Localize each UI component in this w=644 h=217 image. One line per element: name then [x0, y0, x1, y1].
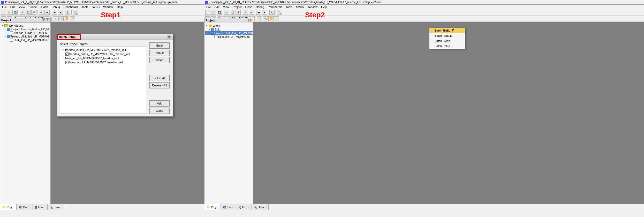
left-status-tab-tem[interactable]: 🔩 Tem... [48, 204, 64, 210]
right-tb2-btn3[interactable]: ⚡ [257, 16, 262, 21]
right-proj2-sub-item[interactable]: blink_led_LP_MSPMG35 [205, 35, 253, 39]
dialog-target-list[interactable]: ▼ freertos_builds_LP_MSPM0G3507_release_… [60, 47, 147, 114]
right-tb-copy-btn[interactable]: 📋 [230, 10, 235, 15]
tb-save-btn[interactable]: 💾 [12, 10, 18, 15]
dialog-build-btn[interactable]: Build [149, 42, 170, 49]
left-menu-help[interactable]: Help [115, 5, 124, 9]
right-menu-peripherals[interactable]: Peripherals [266, 5, 284, 9]
dialog-close-btn[interactable]: ✕ [167, 35, 171, 39]
right-menu-view[interactable]: View [222, 5, 231, 9]
tb2-btn4[interactable]: 🔨 [58, 16, 64, 21]
tb2-btn3[interactable]: ⚡ [53, 16, 58, 21]
right-tb-save-btn[interactable]: 💾 [217, 10, 222, 15]
right-tb-undo-btn[interactable]: ↩ [243, 10, 248, 15]
tb-paste-btn[interactable]: 📌 [31, 10, 36, 15]
tb-search-btn[interactable]: 🔍 [73, 10, 78, 15]
right-workspace-item[interactable]: ▼ WorkS [205, 24, 253, 28]
right-tb2-btn5[interactable]: 🔁 [268, 16, 274, 21]
left-status-tab-proj[interactable]: 📁 Proj... [0, 204, 17, 210]
dialog-selectall-btn[interactable]: Select All [149, 75, 170, 81]
panel-pin-btn[interactable]: 📌 [42, 18, 45, 22]
right-tb-redo-btn[interactable]: ↪ [249, 10, 254, 15]
left-status-tab-fun[interactable]: {} Fun... [33, 204, 47, 210]
dialog-clean-btn[interactable]: Clean [149, 57, 170, 63]
left-menu-peripherals[interactable]: Peripherals [62, 5, 80, 9]
tb-stop-btn[interactable]: ■ [58, 10, 63, 15]
left-menu-tools[interactable]: Tools [80, 5, 90, 9]
tb-open-btn[interactable]: 📂 [7, 10, 12, 15]
panel-close-btn[interactable]: ✕ [46, 18, 49, 22]
dropdown-batch-rebuild[interactable]: Batch Rebuild [429, 33, 465, 38]
target-item-2[interactable]: blink_led_LP_MSPM0G3507_freertos_keil [61, 60, 146, 64]
right-status-tab-boo[interactable]: 📚 Boo... [221, 204, 237, 210]
right-proj1-expand: ▼ [208, 28, 211, 31]
left-status-tab-boo[interactable]: 📚 Boo... [17, 204, 33, 210]
proj2-item[interactable]: ▼ Project: blink_led_LP_MSPMG [1, 35, 50, 38]
dropdown-batch-build[interactable]: Batch Build [429, 28, 465, 33]
tb-undo-btn[interactable]: ↩ [39, 10, 44, 15]
left-menu-window[interactable]: Window [102, 5, 115, 9]
right-menu-debug[interactable]: Debug [254, 5, 266, 9]
right-status-tab-fun[interactable]: {} Fun... [237, 204, 252, 210]
right-menu-edit[interactable]: Edit [213, 5, 221, 9]
left-menu-edit[interactable]: Edit [9, 5, 17, 9]
target-item-1[interactable]: freertos_builds_LP_MSPM0G3507_release_ke… [61, 52, 146, 56]
target-1-checkbox[interactable] [65, 53, 69, 56]
workspace-item[interactable]: ▼ WorkSpace [1, 24, 50, 27]
right-menu-help[interactable]: Help [320, 5, 329, 9]
left-panel-title: Project [1, 19, 11, 22]
right-tb-search-btn[interactable]: 🔍 [277, 10, 282, 15]
right-tb-build-btn[interactable]: ▶ [256, 10, 261, 15]
dialog-help-btn[interactable]: Help [149, 100, 170, 107]
right-proj2-item[interactable]: ▼ Project: blink_led_LP_MSPM0 [205, 31, 253, 35]
right-proj1-label: Bui... [215, 28, 221, 31]
right-tb-open-btn[interactable]: 📂 [211, 10, 216, 15]
right-panel-header-btns: 📌 [248, 19, 252, 22]
right-tb-debug-btn[interactable]: 🐛 [269, 10, 275, 15]
right-tb-stop-btn[interactable]: ■ [262, 10, 267, 15]
right-menu-tools[interactable]: Tools [284, 5, 294, 9]
tb-build-btn[interactable]: ▶ [52, 10, 57, 15]
right-menu-file[interactable]: File [205, 5, 213, 9]
dropdown-batch-setup[interactable]: Batch Setup... [429, 43, 465, 49]
tb-debug-btn[interactable]: 🐛 [65, 10, 70, 15]
left-menu-debug[interactable]: Debug [50, 5, 62, 9]
dialog-rebuild-btn[interactable]: Rebuild [149, 50, 170, 56]
tb-new-btn[interactable]: 📄 [1, 10, 6, 15]
proj2-sub-item[interactable]: blink_led_LP_MSPMG3507 [1, 38, 50, 42]
left-menu-file[interactable]: File [1, 5, 8, 9]
right-proj1-item[interactable]: ▼ Bui... [205, 28, 253, 31]
proj1-sub-label: freertos_builds_LP_MSPM [14, 31, 48, 34]
dialog-close-btn-bottom[interactable]: Close [149, 108, 170, 114]
right-status-tab-proj[interactable]: 📁 Proj... [204, 204, 221, 210]
tb-copy-btn[interactable]: 📋 [26, 10, 31, 15]
left-menu-project[interactable]: Project [27, 5, 39, 9]
tb-sep-5 [71, 10, 72, 14]
tb-cut-btn[interactable]: ✂ [20, 10, 25, 15]
left-menu-flash[interactable]: Flash [40, 5, 50, 9]
right-menu-project[interactable]: Project [231, 5, 243, 9]
batch-build-label: Batch Build [435, 29, 450, 32]
target-2-checkbox[interactable] [65, 61, 69, 64]
right-tb2-btn4[interactable]: 🔨 [263, 16, 268, 21]
tb2-btn5[interactable]: 🔁 [64, 16, 69, 21]
left-tree-area: ▼ WorkSpace ▼ Project: freertos_builds_L… [0, 23, 50, 43]
left-menu-view[interactable]: View [17, 5, 27, 9]
dropdown-batch-clean[interactable]: Batch Clean [429, 38, 465, 43]
right-panel-pin-btn[interactable]: 📌 [248, 19, 252, 22]
dialog-deselectall-btn[interactable]: Deselect All [149, 82, 170, 88]
left-title-bar: C:\ti\mspm0_sdk_1_20_01_06\kernel\freert… [0, 0, 204, 5]
right-menu-svcs[interactable]: SVCS [294, 5, 305, 9]
right-menu-flash[interactable]: Flash [244, 5, 254, 9]
right-menu-window[interactable]: Window [306, 5, 319, 9]
tb-redo-btn[interactable]: ↪ [44, 10, 50, 15]
right-tb-paste-btn[interactable]: 📌 [236, 10, 241, 15]
right-status-tab-tem[interactable]: 🔩 Tem... [252, 204, 269, 210]
proj1-item[interactable]: ▼ Project: freertos_builds_LP_M [1, 27, 50, 31]
left-menu-svcs[interactable]: SVCS [90, 5, 101, 9]
right-tb-cut-btn[interactable]: ✂ [224, 10, 229, 15]
tb2-btn6[interactable]: 🧹 [70, 16, 75, 21]
right-tb-new-btn[interactable]: 📄 [205, 10, 210, 15]
right-tb2-btn6[interactable]: 🧹 [274, 16, 279, 21]
proj1-sub-item[interactable]: freertos_builds_LP_MSPM [1, 31, 50, 35]
